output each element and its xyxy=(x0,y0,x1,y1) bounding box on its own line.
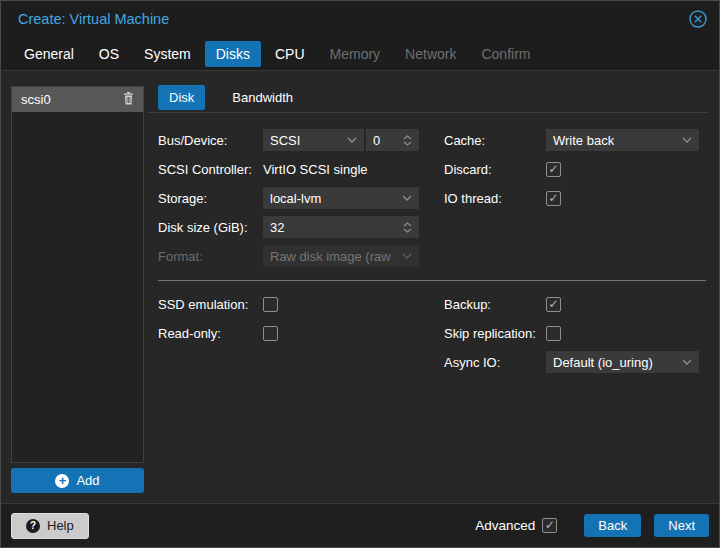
cache-select[interactable]: Write back xyxy=(546,129,699,151)
format-row: Format: Raw disk image (raw xyxy=(158,245,419,267)
discard-row: Discard: ✓ xyxy=(444,158,699,180)
advanced-checkbox[interactable]: ✓ xyxy=(542,518,557,533)
cache-label: Cache: xyxy=(444,133,546,148)
disk-subtab-bar: Disk Bandwidth xyxy=(158,85,304,110)
backup-checkbox[interactable]: ✓ xyxy=(546,297,561,312)
scsi-controller-value: VirtIO SCSI single xyxy=(263,162,368,177)
backup-row: Backup: ✓ xyxy=(444,293,699,315)
tab-network: Network xyxy=(394,41,467,67)
bus-select[interactable]: SCSI xyxy=(263,129,364,151)
subtab-disk[interactable]: Disk xyxy=(158,85,205,110)
skip-replication-label: Skip replication: xyxy=(444,326,546,341)
disk-size-label: Disk size (GiB): xyxy=(158,220,263,235)
io-thread-label: IO thread: xyxy=(444,191,546,206)
subtab-separator xyxy=(148,112,709,113)
disk-slot-label: scsi0 xyxy=(21,92,51,107)
form-right-column: Cache: Write back Discard: ✓ IO thread: … xyxy=(444,129,699,216)
discard-label: Discard: xyxy=(444,162,546,177)
subtab-bandwidth[interactable]: Bandwidth xyxy=(221,85,304,110)
tab-memory: Memory xyxy=(319,41,392,67)
ssd-emulation-row: SSD emulation: ✓ xyxy=(158,293,419,315)
add-button-label: Add xyxy=(76,473,99,488)
create-vm-dialog: Create: Virtual Machine General OS Syste… xyxy=(0,0,720,548)
tab-general[interactable]: General xyxy=(13,41,85,67)
spinner-icon[interactable] xyxy=(403,222,412,233)
scsi-controller-row: SCSI Controller: VirtIO SCSI single xyxy=(158,158,419,180)
read-only-label: Read-only: xyxy=(158,326,263,341)
disk-slot-list: scsi0 xyxy=(11,86,144,463)
advanced-label: Advanced xyxy=(475,518,535,533)
async-io-select[interactable]: Default (io_uring) xyxy=(546,351,699,373)
format-value: Raw disk image (raw xyxy=(270,249,391,264)
back-button[interactable]: Back xyxy=(584,514,641,537)
advanced-left-column: SSD emulation: ✓ Read-only: ✓ xyxy=(158,293,419,351)
device-number-value: 0 xyxy=(373,133,380,148)
chevron-down-icon xyxy=(682,359,692,365)
next-button[interactable]: Next xyxy=(654,514,709,537)
read-only-row: Read-only: ✓ xyxy=(158,322,419,344)
io-thread-row: IO thread: ✓ xyxy=(444,187,699,209)
advanced-section-divider xyxy=(158,280,706,281)
storage-row: Storage: local-lvm xyxy=(158,187,419,209)
cache-row: Cache: Write back xyxy=(444,129,699,151)
bus-device-label: Bus/Device: xyxy=(158,133,263,148)
disk-size-value: 32 xyxy=(270,220,284,235)
disk-size-row: Disk size (GiB): 32 xyxy=(158,216,419,238)
tab-system[interactable]: System xyxy=(133,41,202,67)
disk-size-input[interactable]: 32 xyxy=(263,216,419,238)
plus-circle-icon: + xyxy=(55,474,69,488)
device-number-input[interactable]: 0 xyxy=(366,129,419,151)
dialog-title: Create: Virtual Machine xyxy=(18,1,169,37)
disk-slot-scsi0[interactable]: scsi0 xyxy=(12,87,143,112)
bus-device-row: Bus/Device: SCSI 0 xyxy=(158,129,419,151)
async-io-value: Default (io_uring) xyxy=(553,355,653,370)
chevron-down-icon xyxy=(402,253,412,259)
chevron-down-icon xyxy=(347,137,357,143)
storage-value: local-lvm xyxy=(270,191,321,206)
help-button-label: Help xyxy=(47,518,74,533)
trash-icon[interactable] xyxy=(123,92,134,108)
backup-label: Backup: xyxy=(444,297,546,312)
wizard-tab-bar: General OS System Disks CPU Memory Netwo… xyxy=(1,37,719,71)
discard-checkbox[interactable]: ✓ xyxy=(546,162,561,177)
tab-cpu[interactable]: CPU xyxy=(264,41,316,67)
advanced-toggle-group: Advanced ✓ xyxy=(475,518,557,533)
skip-replication-row: Skip replication: ✓ xyxy=(444,322,699,344)
ssd-emulation-checkbox[interactable]: ✓ xyxy=(263,297,278,312)
tab-disks[interactable]: Disks xyxy=(205,41,261,67)
skip-replication-checkbox[interactable]: ✓ xyxy=(546,326,561,341)
format-label: Format: xyxy=(158,249,263,264)
async-io-label: Async IO: xyxy=(444,355,546,370)
cache-value: Write back xyxy=(553,133,614,148)
chevron-down-icon xyxy=(402,195,412,201)
question-icon: ? xyxy=(26,519,40,533)
bus-select-value: SCSI xyxy=(270,133,300,148)
add-disk-button[interactable]: + Add xyxy=(11,468,144,493)
async-io-row: Async IO: Default (io_uring) xyxy=(444,351,699,373)
form-left-column: Bus/Device: SCSI 0 SCSI Controller: Virt… xyxy=(158,129,419,274)
dialog-footer: ? Help Advanced ✓ Back Next xyxy=(1,503,719,547)
dialog-header: Create: Virtual Machine xyxy=(1,1,719,37)
format-select-disabled: Raw disk image (raw xyxy=(263,245,419,267)
spinner-icon[interactable] xyxy=(403,135,412,146)
storage-label: Storage: xyxy=(158,191,263,206)
ssd-emulation-label: SSD emulation: xyxy=(158,297,263,312)
advanced-right-column: Backup: ✓ Skip replication: ✓ Async IO: … xyxy=(444,293,699,380)
tab-confirm: Confirm xyxy=(470,41,541,67)
help-button[interactable]: ? Help xyxy=(11,513,89,539)
io-thread-checkbox[interactable]: ✓ xyxy=(546,191,561,206)
storage-select[interactable]: local-lvm xyxy=(263,187,419,209)
chevron-down-icon xyxy=(682,137,692,143)
tab-os[interactable]: OS xyxy=(88,41,130,67)
close-icon[interactable] xyxy=(688,9,708,29)
scsi-controller-label: SCSI Controller: xyxy=(158,162,263,177)
read-only-checkbox[interactable]: ✓ xyxy=(263,326,278,341)
